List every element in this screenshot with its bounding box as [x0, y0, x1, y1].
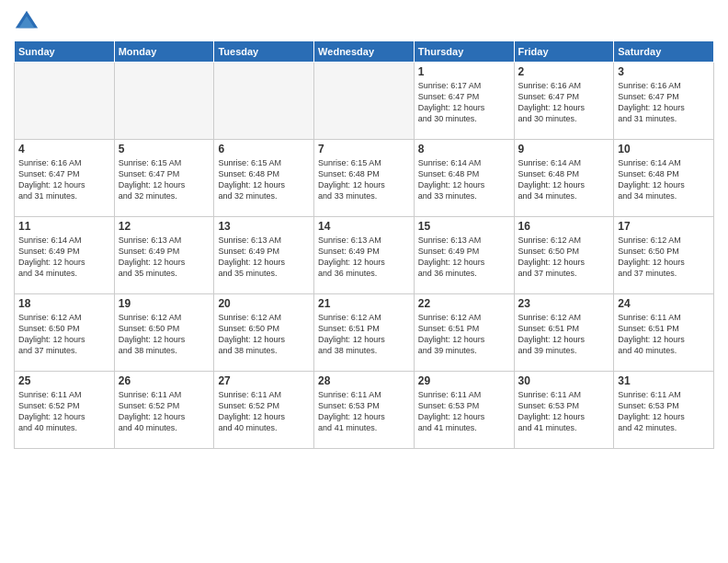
day-number: 4 — [18, 143, 110, 155]
day-cell — [314, 63, 415, 140]
day-number: 25 — [18, 374, 110, 387]
day-info: Sunrise: 6:12 AM Sunset: 6:51 PM Dayligh… — [318, 312, 410, 357]
day-info: Sunrise: 6:12 AM Sunset: 6:51 PM Dayligh… — [518, 312, 610, 357]
day-cell: 10Sunrise: 6:14 AM Sunset: 6:48 PM Dayli… — [614, 140, 714, 217]
day-cell: 3Sunrise: 6:16 AM Sunset: 6:47 PM Daylig… — [614, 63, 714, 140]
col-header-monday: Monday — [114, 41, 214, 63]
day-number: 23 — [518, 297, 610, 310]
week-row-5: 25Sunrise: 6:11 AM Sunset: 6:52 PM Dayli… — [15, 372, 714, 449]
day-number: 8 — [418, 143, 510, 155]
day-cell: 13Sunrise: 6:13 AM Sunset: 6:49 PM Dayli… — [214, 217, 314, 294]
col-header-saturday: Saturday — [614, 41, 714, 63]
day-info: Sunrise: 6:12 AM Sunset: 6:51 PM Dayligh… — [418, 312, 510, 357]
day-info: Sunrise: 6:11 AM Sunset: 6:53 PM Dayligh… — [418, 389, 510, 434]
day-info: Sunrise: 6:11 AM Sunset: 6:53 PM Dayligh… — [518, 389, 610, 434]
day-cell: 14Sunrise: 6:13 AM Sunset: 6:49 PM Dayli… — [314, 217, 415, 294]
day-cell: 17Sunrise: 6:12 AM Sunset: 6:50 PM Dayli… — [614, 217, 714, 294]
day-info: Sunrise: 6:12 AM Sunset: 6:50 PM Dayligh… — [218, 312, 310, 357]
day-cell: 9Sunrise: 6:14 AM Sunset: 6:48 PM Daylig… — [514, 140, 614, 217]
day-info: Sunrise: 6:15 AM Sunset: 6:48 PM Dayligh… — [218, 157, 310, 202]
day-cell: 8Sunrise: 6:14 AM Sunset: 6:48 PM Daylig… — [414, 140, 514, 217]
day-cell: 21Sunrise: 6:12 AM Sunset: 6:51 PM Dayli… — [314, 294, 415, 372]
day-number: 26 — [119, 374, 210, 387]
day-info: Sunrise: 6:13 AM Sunset: 6:49 PM Dayligh… — [418, 235, 510, 280]
day-number: 28 — [318, 374, 410, 387]
day-cell: 26Sunrise: 6:11 AM Sunset: 6:52 PM Dayli… — [114, 372, 214, 449]
week-row-1: 1Sunrise: 6:17 AM Sunset: 6:47 PM Daylig… — [15, 63, 714, 140]
day-number: 12 — [119, 220, 210, 233]
day-info: Sunrise: 6:11 AM Sunset: 6:52 PM Dayligh… — [18, 389, 110, 434]
day-cell: 11Sunrise: 6:14 AM Sunset: 6:49 PM Dayli… — [15, 217, 115, 294]
day-cell: 1Sunrise: 6:17 AM Sunset: 6:47 PM Daylig… — [414, 63, 514, 140]
day-number: 14 — [318, 220, 410, 233]
day-number: 20 — [218, 297, 310, 310]
day-info: Sunrise: 6:11 AM Sunset: 6:52 PM Dayligh… — [119, 389, 210, 434]
day-number: 15 — [418, 220, 510, 233]
day-info: Sunrise: 6:14 AM Sunset: 6:49 PM Dayligh… — [18, 235, 110, 280]
logo — [14, 9, 43, 35]
day-cell: 6Sunrise: 6:15 AM Sunset: 6:48 PM Daylig… — [214, 140, 314, 217]
col-header-thursday: Thursday — [414, 41, 514, 63]
day-info: Sunrise: 6:13 AM Sunset: 6:49 PM Dayligh… — [218, 235, 310, 280]
header-row: SundayMondayTuesdayWednesdayThursdayFrid… — [15, 41, 714, 63]
day-info: Sunrise: 6:17 AM Sunset: 6:47 PM Dayligh… — [418, 80, 510, 125]
day-number: 5 — [119, 143, 210, 155]
day-info: Sunrise: 6:16 AM Sunset: 6:47 PM Dayligh… — [518, 80, 610, 125]
day-number: 21 — [318, 297, 410, 310]
day-cell — [114, 63, 214, 140]
day-cell: 5Sunrise: 6:15 AM Sunset: 6:47 PM Daylig… — [114, 140, 214, 217]
day-number: 6 — [218, 143, 310, 155]
logo-icon — [14, 9, 40, 35]
col-header-sunday: Sunday — [15, 41, 115, 63]
header — [14, 9, 714, 35]
day-number: 1 — [418, 65, 510, 78]
day-number: 7 — [318, 143, 410, 155]
day-cell: 16Sunrise: 6:12 AM Sunset: 6:50 PM Dayli… — [514, 217, 614, 294]
day-number: 24 — [618, 297, 710, 310]
week-row-2: 4Sunrise: 6:16 AM Sunset: 6:47 PM Daylig… — [15, 140, 714, 217]
col-header-friday: Friday — [514, 41, 614, 63]
day-info: Sunrise: 6:16 AM Sunset: 6:47 PM Dayligh… — [618, 80, 710, 125]
day-number: 16 — [518, 220, 610, 233]
day-info: Sunrise: 6:12 AM Sunset: 6:50 PM Dayligh… — [518, 235, 610, 280]
day-info: Sunrise: 6:14 AM Sunset: 6:48 PM Dayligh… — [618, 157, 710, 202]
col-header-wednesday: Wednesday — [314, 41, 415, 63]
day-number: 9 — [518, 143, 610, 155]
day-info: Sunrise: 6:12 AM Sunset: 6:50 PM Dayligh… — [618, 235, 710, 280]
day-cell: 20Sunrise: 6:12 AM Sunset: 6:50 PM Dayli… — [214, 294, 314, 372]
col-header-tuesday: Tuesday — [214, 41, 314, 63]
day-info: Sunrise: 6:11 AM Sunset: 6:52 PM Dayligh… — [218, 389, 310, 434]
day-cell: 2Sunrise: 6:16 AM Sunset: 6:47 PM Daylig… — [514, 63, 614, 140]
day-number: 17 — [618, 220, 710, 233]
day-cell: 27Sunrise: 6:11 AM Sunset: 6:52 PM Dayli… — [214, 372, 314, 449]
week-row-3: 11Sunrise: 6:14 AM Sunset: 6:49 PM Dayli… — [15, 217, 714, 294]
day-info: Sunrise: 6:13 AM Sunset: 6:49 PM Dayligh… — [119, 235, 210, 280]
day-info: Sunrise: 6:11 AM Sunset: 6:51 PM Dayligh… — [618, 312, 710, 357]
day-info: Sunrise: 6:15 AM Sunset: 6:48 PM Dayligh… — [318, 157, 410, 202]
page: SundayMondayTuesdayWednesdayThursdayFrid… — [0, 0, 728, 563]
day-number: 19 — [119, 297, 210, 310]
day-info: Sunrise: 6:11 AM Sunset: 6:53 PM Dayligh… — [618, 389, 710, 434]
day-number: 31 — [618, 374, 710, 387]
day-number: 11 — [18, 220, 110, 233]
day-cell: 7Sunrise: 6:15 AM Sunset: 6:48 PM Daylig… — [314, 140, 415, 217]
day-cell: 30Sunrise: 6:11 AM Sunset: 6:53 PM Dayli… — [514, 372, 614, 449]
day-cell: 4Sunrise: 6:16 AM Sunset: 6:47 PM Daylig… — [15, 140, 115, 217]
day-number: 3 — [618, 65, 710, 78]
day-cell: 19Sunrise: 6:12 AM Sunset: 6:50 PM Dayli… — [114, 294, 214, 372]
day-cell: 12Sunrise: 6:13 AM Sunset: 6:49 PM Dayli… — [114, 217, 214, 294]
day-cell: 18Sunrise: 6:12 AM Sunset: 6:50 PM Dayli… — [15, 294, 115, 372]
day-info: Sunrise: 6:14 AM Sunset: 6:48 PM Dayligh… — [518, 157, 610, 202]
day-number: 10 — [618, 143, 710, 155]
day-cell: 29Sunrise: 6:11 AM Sunset: 6:53 PM Dayli… — [414, 372, 514, 449]
day-cell: 15Sunrise: 6:13 AM Sunset: 6:49 PM Dayli… — [414, 217, 514, 294]
day-cell: 23Sunrise: 6:12 AM Sunset: 6:51 PM Dayli… — [514, 294, 614, 372]
day-cell: 31Sunrise: 6:11 AM Sunset: 6:53 PM Dayli… — [614, 372, 714, 449]
day-info: Sunrise: 6:11 AM Sunset: 6:53 PM Dayligh… — [318, 389, 410, 434]
day-info: Sunrise: 6:15 AM Sunset: 6:47 PM Dayligh… — [119, 157, 210, 202]
day-cell — [15, 63, 115, 140]
day-info: Sunrise: 6:14 AM Sunset: 6:48 PM Dayligh… — [418, 157, 510, 202]
day-info: Sunrise: 6:16 AM Sunset: 6:47 PM Dayligh… — [18, 157, 110, 202]
day-info: Sunrise: 6:12 AM Sunset: 6:50 PM Dayligh… — [119, 312, 210, 357]
day-info: Sunrise: 6:13 AM Sunset: 6:49 PM Dayligh… — [318, 235, 410, 280]
